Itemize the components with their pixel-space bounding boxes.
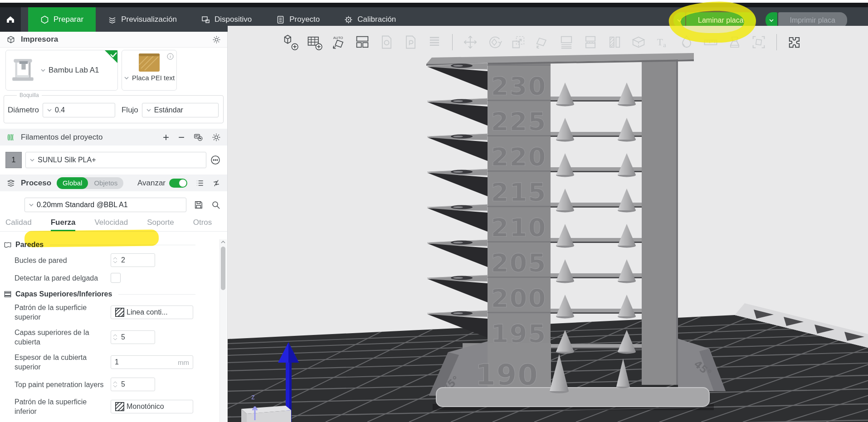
- tower-level-number: 230: [491, 71, 547, 101]
- wall-loops-label: Bucles de pared: [15, 256, 111, 265]
- spin-down-icon[interactable]: [113, 261, 117, 263]
- process-tab-soporte[interactable]: Soporte: [147, 218, 174, 231]
- nozzle-group: Boquilla Diámetro 0.4 Flujo Estándar: [4, 95, 224, 123]
- detail-list-icon[interactable]: [195, 179, 205, 188]
- add-text-button[interactable]: [653, 33, 672, 51]
- spin-up-icon[interactable]: [113, 334, 117, 337]
- top-thickness-input[interactable]: 1 mm: [111, 355, 193, 369]
- seam-button[interactable]: [726, 33, 744, 51]
- diameter-select[interactable]: 0.4: [43, 103, 115, 117]
- advanced-label: Avanzar: [137, 179, 166, 188]
- assemble-button[interactable]: [785, 33, 804, 51]
- flow-value: Estándar: [154, 106, 183, 114]
- tab-label: Dispositivo: [215, 15, 252, 24]
- top-paint-spinner[interactable]: 5: [111, 378, 155, 391]
- save-preset-icon[interactable]: [194, 200, 204, 210]
- thin-wall-label: Detectar la pared delgada: [15, 273, 111, 283]
- paint-button[interactable]: [678, 33, 696, 51]
- advanced-toggle[interactable]: [169, 179, 187, 188]
- process-tab-otros[interactable]: Otros: [193, 218, 212, 231]
- cut-icon: [630, 34, 647, 50]
- export-object-icon: [378, 34, 395, 50]
- arrange-button[interactable]: [353, 33, 371, 51]
- 3d-viewport[interactable]: 23022522021521020520019535°45°190 z: [228, 26, 868, 422]
- measure-icon: [702, 34, 719, 50]
- wall-loops-value: 2: [121, 256, 125, 264]
- split-objects-icon: [582, 34, 599, 50]
- chevron-down-icon: [29, 157, 35, 163]
- spin-up-icon[interactable]: [113, 381, 117, 384]
- spin-up-icon[interactable]: [113, 257, 117, 260]
- scope-objects[interactable]: Objetos: [88, 179, 123, 187]
- setting-row: Top paint penetration layers 5: [15, 378, 195, 391]
- plate-card[interactable]: Placa PEI text...: [122, 50, 177, 91]
- process-tab-velocidad[interactable]: Velocidad: [94, 218, 128, 231]
- scroll-up-icon[interactable]: [221, 240, 225, 244]
- remove-filament-button[interactable]: −: [178, 132, 185, 143]
- info-icon[interactable]: [167, 53, 174, 60]
- prepare-icon: [40, 15, 49, 24]
- add-object-button[interactable]: [281, 33, 299, 51]
- frame-icon: [751, 34, 767, 50]
- filament-section-title: Filamentos del proyecto: [21, 133, 102, 142]
- chevron-down-icon: [40, 68, 46, 73]
- filament-select[interactable]: SUNLU Silk PLA+: [25, 152, 206, 168]
- move-button[interactable]: [461, 33, 479, 51]
- scope-global[interactable]: Global: [57, 177, 88, 189]
- cut-button[interactable]: [629, 33, 648, 51]
- top-layers-spinner[interactable]: 5: [111, 330, 155, 344]
- wall-loops-spinner[interactable]: 2: [111, 253, 155, 267]
- home-button[interactable]: [0, 7, 21, 32]
- lay-flat-button[interactable]: [533, 33, 551, 51]
- scrollbar-thumb[interactable]: [221, 247, 225, 290]
- filament-more-icon[interactable]: [210, 155, 221, 165]
- thin-wall-checkbox[interactable]: [111, 273, 121, 283]
- filament-settings-gear-icon[interactable]: [212, 133, 221, 142]
- scale-button[interactable]: [509, 33, 527, 51]
- bottom-pattern-select[interactable]: Monotónico: [111, 400, 193, 413]
- export-object-button[interactable]: [377, 33, 395, 51]
- process-preset-select[interactable]: 0.20mm Standard @BBL A1: [24, 198, 186, 212]
- add-plate-icon: [306, 34, 322, 50]
- build-plate-canvas[interactable]: 23022522021521020520019535°45°190 z: [228, 26, 868, 422]
- add-filament-button[interactable]: +: [163, 132, 169, 143]
- spin-down-icon[interactable]: [113, 338, 117, 340]
- z-axis-label: z: [251, 393, 255, 401]
- rotate-button[interactable]: [485, 33, 503, 51]
- ironing-icon: [558, 34, 575, 50]
- measure-button[interactable]: [702, 33, 720, 51]
- setting-row: Patrón de la superficie inferior Monotón…: [15, 397, 195, 416]
- add-plate-button[interactable]: [305, 33, 323, 51]
- top-pattern-select[interactable]: Linea conti...: [111, 306, 193, 319]
- print-sequence-button[interactable]: [425, 33, 444, 51]
- chevron-down-icon: [677, 18, 682, 23]
- printer-card[interactable]: Bambu Lab A1: [5, 50, 118, 91]
- tab-preparar[interactable]: Preparar: [28, 7, 96, 32]
- compare-params-icon[interactable]: [212, 179, 221, 188]
- auto-orient-button[interactable]: [329, 33, 347, 51]
- export-plate-button[interactable]: [401, 33, 419, 51]
- settings-scrollbar[interactable]: [219, 239, 227, 422]
- spin-down-icon[interactable]: [113, 385, 117, 388]
- split-parts-button[interactable]: [605, 33, 624, 51]
- search-icon[interactable]: [211, 200, 221, 210]
- process-scope-toggle[interactable]: Global Objetos: [57, 177, 123, 189]
- ironing-button[interactable]: [557, 33, 575, 51]
- ams-sync-icon[interactable]: [194, 133, 203, 142]
- bottom-pattern-value: Monotónico: [127, 403, 164, 411]
- tab-previsualizacion[interactable]: Previsualización: [96, 7, 189, 32]
- split-objects-button[interactable]: [581, 33, 600, 51]
- bottom-pattern-label: Patrón de la superficie inferior: [15, 397, 111, 416]
- frame-button[interactable]: [750, 33, 768, 51]
- settings-list: Paredes Bucles de pared 2 Detectar la pa…: [0, 232, 227, 416]
- process-tab-fuerza[interactable]: Fuerza: [51, 218, 76, 231]
- plate-type-select[interactable]: Placa PEI text...: [124, 74, 175, 82]
- process-tab-calidad[interactable]: Calidad: [5, 218, 32, 231]
- preset-row: 0.20mm Standard @BBL A1: [0, 191, 227, 216]
- filament-slot-number[interactable]: 1: [5, 152, 22, 168]
- print-sequence-icon: [426, 34, 443, 50]
- printer-select[interactable]: Bambu Lab A1: [40, 66, 99, 75]
- process-section-header: Proceso Global Objetos Avanzar: [0, 175, 227, 191]
- flow-select[interactable]: Estándar: [142, 103, 219, 117]
- gear-icon[interactable]: [212, 35, 221, 44]
